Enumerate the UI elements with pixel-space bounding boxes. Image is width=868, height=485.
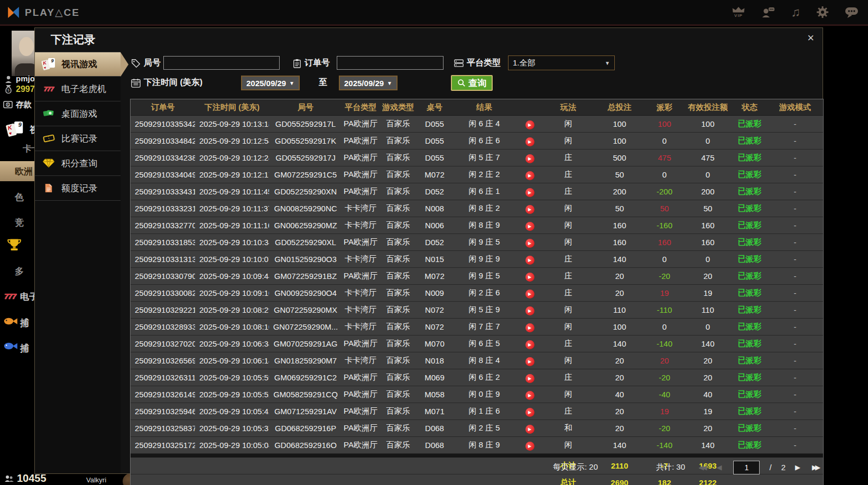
svg-text:$: $ bbox=[7, 103, 9, 107]
close-icon[interactable]: × bbox=[807, 32, 814, 44]
first-page-icon[interactable]: ◀◀ bbox=[698, 463, 707, 471]
server-list-icon bbox=[454, 59, 464, 68]
pagination-bar: 每页显示: 20 共计: 30 ◀◀ ◀ / 2 ▶ ▶▶ bbox=[130, 460, 823, 474]
play-video-icon[interactable]: ▶ bbox=[525, 374, 534, 383]
nav-item-table-games[interactable]: 桌面游戏 bbox=[35, 101, 121, 126]
goldfish-icon bbox=[2, 316, 18, 327]
date-to-picker[interactable]: 2025/09/29 ▼ bbox=[339, 76, 398, 90]
vip-icon[interactable]: VIP bbox=[732, 6, 745, 18]
table-row: 2509291033323122025-09-29 10:11:37GN0082… bbox=[131, 200, 823, 217]
round-number-input[interactable] bbox=[163, 56, 280, 70]
table-row: 2509291033484252025-09-29 10:12:54GD0552… bbox=[131, 133, 823, 150]
platform-type-select[interactable]: 1.全部 ▼ bbox=[508, 55, 615, 70]
deposit-button[interactable]: 存款 bbox=[16, 100, 32, 110]
order-number-input[interactable] bbox=[337, 56, 444, 70]
play-video-icon[interactable]: ▶ bbox=[525, 239, 534, 248]
table-row: 2509291033277012025-09-29 10:11:16GN0062… bbox=[131, 217, 823, 234]
nav-item-video-games[interactable]: K9 视讯游戏 bbox=[35, 52, 121, 77]
customer-service-icon[interactable] bbox=[761, 6, 775, 18]
table-row: 2509291033404962025-09-29 10:12:17GM0722… bbox=[131, 166, 823, 183]
table-row: 2509291033185322025-09-29 10:10:34GD0522… bbox=[131, 234, 823, 251]
play-video-icon[interactable]: ▶ bbox=[525, 323, 534, 332]
per-page-label: 每页显示: 20 bbox=[553, 462, 598, 472]
table-games-icon bbox=[41, 109, 56, 118]
modal-title: 下注记录 bbox=[51, 32, 95, 47]
table-row: 2509291033131382025-09-29 10:10:07GN0152… bbox=[131, 251, 823, 268]
table-row: 2509291033008252025-09-29 10:09:10GN0092… bbox=[131, 285, 823, 302]
chevron-down-icon: ▼ bbox=[289, 80, 294, 86]
play-video-icon[interactable]: ▶ bbox=[525, 306, 534, 315]
user-icon bbox=[4, 75, 13, 83]
tag-icon bbox=[131, 59, 141, 68]
sidebar-item-europe-label[interactable]: 欧洲 bbox=[15, 165, 33, 178]
total-valid: 2122 bbox=[684, 474, 732, 485]
svg-text:$: $ bbox=[7, 88, 10, 92]
brand-mark-icon bbox=[6, 5, 21, 20]
sidebar-item-fishing-2[interactable]: 捕 bbox=[20, 342, 29, 355]
video-games-cards-icon: K9 bbox=[6, 122, 24, 140]
table-row: 2509291033534212025-09-29 10:13:18GD0552… bbox=[131, 116, 823, 133]
balance: 2997 bbox=[16, 85, 35, 94]
bottom-game-label: Valkyri bbox=[86, 476, 106, 484]
table-row: 2509291032594622025-09-29 10:05:42GM0712… bbox=[131, 403, 823, 420]
table-row: 2509291032614932025-09-29 10:05:52GM0582… bbox=[131, 386, 823, 403]
play-video-icon[interactable]: ▶ bbox=[525, 391, 534, 400]
play-video-icon[interactable]: ▶ bbox=[525, 442, 534, 451]
play-video-icon[interactable]: ▶ bbox=[525, 188, 534, 197]
total-count-label: 共计: 30 bbox=[656, 462, 685, 472]
clipboard-icon bbox=[293, 59, 301, 68]
play-video-icon[interactable]: ▶ bbox=[525, 290, 534, 299]
last-page-icon[interactable]: ▶▶ bbox=[812, 463, 820, 471]
nav-item-points-query[interactable]: 积分查询 bbox=[35, 151, 121, 176]
nav-item-quota-records[interactable]: 额度记录 bbox=[35, 176, 121, 201]
diamond-icon bbox=[41, 158, 56, 168]
trophy-icon[interactable] bbox=[7, 238, 21, 251]
chevron-down-icon: ▼ bbox=[605, 60, 610, 66]
play-video-icon[interactable]: ▶ bbox=[525, 171, 534, 180]
page-number-input[interactable] bbox=[733, 461, 760, 474]
calendar-icon bbox=[131, 78, 141, 88]
table-row: 2509291032517242025-09-29 10:05:04GD0682… bbox=[131, 437, 823, 454]
ticket-icon bbox=[41, 134, 56, 143]
next-page-icon[interactable]: ▶ bbox=[795, 463, 802, 471]
top-bar: PLAY△CE VIP ♫ bbox=[0, 0, 868, 26]
sidebar-item-se[interactable]: 色 bbox=[15, 191, 24, 203]
play-video-icon[interactable]: ▶ bbox=[525, 340, 534, 349]
chevron-down-icon: ▼ bbox=[387, 80, 392, 86]
table-body: 2509291033534212025-09-29 10:13:18GD0552… bbox=[131, 116, 823, 454]
table-row: 2509291033423842025-09-29 10:12:24GD0552… bbox=[131, 150, 823, 166]
table-row: 2509291032656942025-09-29 10:06:14GN0182… bbox=[131, 352, 823, 369]
slot-777-icon: 777 bbox=[41, 85, 56, 93]
table-row: 2509291032583702025-09-29 10:05:37GD0682… bbox=[131, 420, 823, 437]
play-video-icon[interactable]: ▶ bbox=[525, 120, 534, 129]
prev-page-icon[interactable]: ◀ bbox=[716, 463, 724, 471]
search-button[interactable]: 查询 bbox=[451, 75, 493, 91]
total-bet: 2690 bbox=[594, 474, 645, 485]
play-video-icon[interactable]: ▶ bbox=[525, 408, 534, 417]
play-video-icon[interactable]: ▶ bbox=[525, 357, 534, 366]
play-video-icon[interactable]: ▶ bbox=[525, 256, 534, 265]
play-video-icon[interactable]: ▶ bbox=[525, 273, 534, 282]
play-video-icon[interactable]: ▶ bbox=[525, 425, 534, 434]
nav-item-match-records[interactable]: 比赛记录 bbox=[35, 126, 121, 151]
chat-icon[interactable] bbox=[845, 6, 858, 18]
round-number-label: 局号 bbox=[131, 58, 161, 69]
date-from-picker[interactable]: 2025/09/29 ▼ bbox=[241, 76, 300, 90]
sidebar-item-duo[interactable]: 多 bbox=[15, 265, 24, 277]
play-video-icon[interactable]: ▶ bbox=[525, 154, 534, 163]
date-to-separator: 至 bbox=[319, 77, 327, 88]
money-bag-icon: $ bbox=[4, 85, 13, 94]
platform-type-label: 平台类型 bbox=[454, 58, 501, 69]
play-video-icon[interactable]: ▶ bbox=[525, 222, 534, 231]
order-number-label: 订单号 bbox=[293, 58, 330, 69]
music-icon[interactable]: ♫ bbox=[791, 6, 800, 18]
bet-records-modal: 下注记录 × K9 视讯游戏 777 电子老虎机 桌面游戏 比赛记录 bbox=[34, 27, 823, 474]
table-row: 2509291032922142025-09-29 10:08:29GN0722… bbox=[131, 302, 823, 319]
sidebar-item-jing[interactable]: 竞 bbox=[15, 217, 24, 229]
play-video-icon[interactable]: ▶ bbox=[525, 205, 534, 214]
gear-icon[interactable] bbox=[816, 6, 829, 18]
play-video-icon[interactable]: ▶ bbox=[525, 137, 534, 146]
bet-records-table: 订单号 下注时间 (美东) 局号 平台类型 游戏类型 桌号 结果 玩法 总投注 … bbox=[130, 99, 824, 485]
nav-item-slots[interactable]: 777 电子老虎机 bbox=[35, 77, 121, 101]
sidebar-item-fishing-1[interactable]: 捕 bbox=[20, 317, 29, 329]
